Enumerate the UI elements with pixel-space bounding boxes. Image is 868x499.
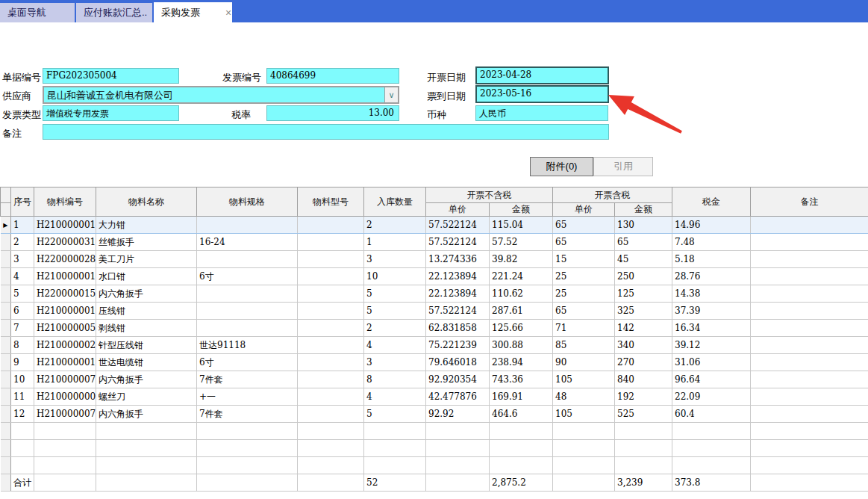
cell-seq[interactable]: 12 (11, 406, 34, 423)
current-row-marker-icon[interactable]: ▶ (1, 217, 11, 234)
reference-button[interactable]: 引用 (593, 157, 653, 176)
row-selector[interactable] (1, 440, 11, 457)
row-selector[interactable] (1, 268, 11, 285)
cell-amount_ex[interactable]: 169.91 (490, 388, 553, 406)
cell-seq[interactable]: 3 (11, 251, 34, 268)
tab-desktop-navigation[interactable]: 桌面导航 (0, 3, 75, 22)
invoice-date-field[interactable]: 2023-04-28 (475, 66, 609, 84)
cell-code[interactable]: H2100000018 (34, 217, 96, 234)
cell-remark[interactable] (751, 406, 868, 423)
row-selector[interactable] (1, 320, 11, 337)
cell-name[interactable]: 水口钳 (96, 268, 197, 285)
arrival-date-field[interactable]: 2023-05-16 (475, 85, 609, 103)
col-remark[interactable]: 备注 (751, 187, 868, 217)
cell-price_inc[interactable]: 105 (553, 406, 615, 423)
table-row[interactable]: 7H2100000052剥线钳262.831858125.667114216.3… (1, 320, 868, 337)
cell-qty[interactable]: 10 (364, 268, 426, 285)
cell-seq[interactable]: 4 (11, 268, 34, 285)
row-selector[interactable] (1, 457, 11, 474)
table-row[interactable]: 8H2100000021针型压线钳世达91118475.221239300.88… (1, 337, 868, 354)
col-tax[interactable]: 税金 (672, 187, 751, 217)
col-name[interactable]: 物料名称 (96, 187, 197, 217)
cell-tax[interactable]: 39.12 (672, 337, 751, 354)
cell-amount_inc[interactable]: 142 (615, 320, 672, 337)
cell-amount_inc[interactable]: 270 (615, 354, 672, 371)
table-row[interactable]: 6H2100000016压线钳557.522124287.616532537.3… (1, 303, 868, 320)
cell-amount_inc[interactable]: 125 (615, 285, 672, 303)
cell-code[interactable]: H2100000012 (34, 354, 96, 371)
cell-tax[interactable]: 60.4 (672, 406, 751, 423)
cell-price_ex[interactable]: 22.123894 (426, 268, 490, 285)
col-group-inc-tax[interactable]: 开票含税 (553, 187, 672, 203)
cell-tax[interactable]: 31.06 (672, 354, 751, 371)
cell-qty[interactable]: 5 (364, 285, 426, 303)
cell-qty[interactable]: 2 (364, 217, 426, 234)
cell-remark[interactable] (751, 371, 868, 388)
cell-tax[interactable]: 14.38 (672, 285, 751, 303)
cell-seq[interactable]: 1 (11, 217, 34, 234)
cell-amount_inc[interactable]: 65 (615, 234, 672, 251)
cell-seq[interactable]: 11 (11, 388, 34, 406)
table-row[interactable]: ▶1H2100000018大力钳257.522124115.046513014.… (1, 217, 868, 234)
col-seq[interactable]: 序号 (11, 187, 34, 217)
cell-name[interactable]: 内六角扳手 (96, 285, 197, 303)
cell-price_ex[interactable]: 75.221239 (426, 337, 490, 354)
cell-price_ex[interactable]: 92.92 (426, 406, 490, 423)
cell-name[interactable]: 大力钳 (96, 217, 197, 234)
cell-model[interactable] (298, 251, 364, 268)
cell-amount_inc[interactable]: 340 (615, 337, 672, 354)
cell-price_ex[interactable]: 13.274336 (426, 251, 490, 268)
cell-amount_inc[interactable]: 250 (615, 268, 672, 285)
row-selector[interactable] (1, 354, 11, 371)
cell-spec[interactable] (197, 303, 298, 320)
cell-code[interactable]: H2100000007 (34, 388, 96, 406)
cell-price_inc[interactable]: 105 (553, 371, 615, 388)
cell-price_inc[interactable]: 65 (553, 234, 615, 251)
cell-qty[interactable]: 8 (364, 371, 426, 388)
cell-amount_ex[interactable]: 57.52 (490, 234, 553, 251)
cell-model[interactable] (298, 320, 364, 337)
cell-qty[interactable]: 4 (364, 337, 426, 354)
cell-price_inc[interactable]: 71 (553, 320, 615, 337)
cell-amount_ex[interactable]: 110.62 (490, 285, 553, 303)
cell-code[interactable]: H2100000079 (34, 371, 96, 388)
row-selector[interactable] (1, 234, 11, 251)
row-selector[interactable] (1, 337, 11, 354)
cell-price_ex[interactable]: 57.522124 (426, 303, 490, 320)
cell-amount_ex[interactable]: 287.61 (490, 303, 553, 320)
cell-remark[interactable] (751, 354, 868, 371)
row-selector[interactable] (1, 303, 11, 320)
table-row[interactable]: 2H2200000313丝锥扳手16-24157.52212457.526565… (1, 234, 868, 251)
cell-seq[interactable]: 10 (11, 371, 34, 388)
cell-spec[interactable] (197, 320, 298, 337)
invoice-no-field[interactable]: 40864699 (266, 68, 399, 84)
table-row[interactable]: 9H2100000012世达电缆钳6寸379.646018238.9490270… (1, 354, 868, 371)
cell-amount_inc[interactable]: 325 (615, 303, 672, 320)
cell-tax[interactable]: 16.34 (672, 320, 751, 337)
cell-price_ex[interactable]: 57.522124 (426, 234, 490, 251)
col-code[interactable]: 物料编号 (34, 187, 96, 217)
cell-tax[interactable]: 22.09 (672, 388, 751, 406)
cell-remark[interactable] (751, 320, 868, 337)
cell-code[interactable]: H2200000286 (34, 251, 96, 268)
cell-tax[interactable]: 96.64 (672, 371, 751, 388)
cell-remark[interactable] (751, 285, 868, 303)
cell-spec[interactable]: 6寸 (197, 354, 298, 371)
row-selector[interactable] (1, 251, 11, 268)
cell-price_ex[interactable]: 42.477876 (426, 388, 490, 406)
cell-name[interactable]: 内六角扳手 (96, 371, 197, 388)
cell-model[interactable] (298, 217, 364, 234)
cell-name[interactable]: 内六角扳手 (96, 406, 197, 423)
cell-name[interactable]: 螺丝刀 (96, 388, 197, 406)
table-row[interactable]: 3H2200000286美工刀片313.27433639.8215455.18 (1, 251, 868, 268)
col-group-ex-tax[interactable]: 开票不含税 (426, 187, 553, 203)
row-selector[interactable] (1, 388, 11, 406)
cell-spec[interactable] (197, 217, 298, 234)
cell-tax[interactable]: 37.39 (672, 303, 751, 320)
cell-code[interactable]: H2100000052 (34, 320, 96, 337)
cell-price_inc[interactable]: 65 (553, 217, 615, 234)
chevron-down-icon[interactable]: ∨ (384, 87, 398, 102)
cell-seq[interactable]: 9 (11, 354, 34, 371)
cell-seq[interactable]: 7 (11, 320, 34, 337)
row-selector[interactable] (1, 285, 11, 303)
